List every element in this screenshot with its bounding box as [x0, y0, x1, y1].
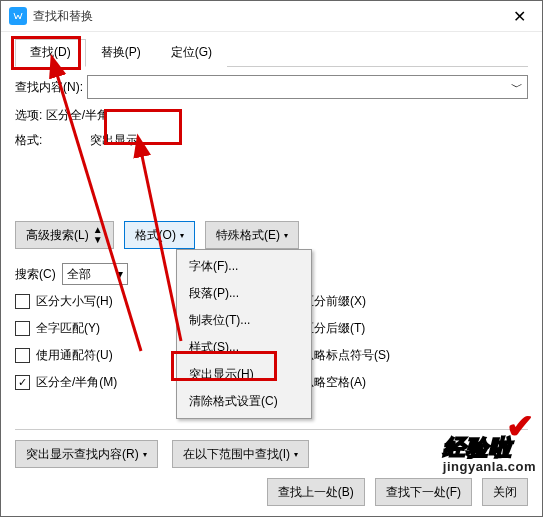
tab-replace[interactable]: 替换(P) — [86, 39, 156, 67]
bottom-panel: 突出显示查找内容(R) ▾ 在以下范围中查找(I) ▾ 查找上一处(B) 查找下… — [15, 429, 528, 506]
menu-item-style[interactable]: 样式(S)... — [179, 334, 309, 361]
menu-item-paragraph[interactable]: 段落(P)... — [179, 280, 309, 307]
search-label: 搜索(C) — [15, 266, 56, 283]
chevron-down-icon: ▾ — [143, 450, 147, 459]
chevron-down-icon: ▾ — [294, 450, 298, 459]
highlight-results-button[interactable]: 突出显示查找内容(R) ▾ — [15, 440, 158, 468]
checkbox-case[interactable]: 区分大小写(H) — [15, 293, 165, 310]
format-dropdown-menu: 字体(F)... 段落(P)... 制表位(T)... 样式(S)... 突出显… — [176, 249, 312, 419]
checkbox-wildcard[interactable]: 使用通配符(U) — [15, 347, 165, 364]
checkbox-full-half[interactable]: ✓区分全/半角(M) — [15, 374, 165, 391]
close-icon[interactable]: ✕ — [504, 1, 534, 31]
app-icon — [9, 7, 27, 25]
menu-item-tabstop[interactable]: 制表位(T)... — [179, 307, 309, 334]
close-button[interactable]: 关闭 — [482, 478, 528, 506]
chevron-down-icon: ﹀ — [511, 79, 523, 96]
search-scope-select[interactable]: 全部 ▾ — [62, 263, 128, 285]
find-previous-button[interactable]: 查找上一处(B) — [267, 478, 365, 506]
find-next-button[interactable]: 查找下一处(F) — [375, 478, 472, 506]
find-replace-dialog: 查找和替换 ✕ 查找(D) 替换(P) 定位(G) 查找内容(N): ﹀ 选项:… — [0, 0, 543, 517]
format-value: 突出显示 — [90, 133, 138, 147]
tab-goto[interactable]: 定位(G) — [156, 39, 227, 67]
find-content-label: 查找内容(N): — [15, 79, 87, 96]
chevron-down-icon: ▾ — [284, 231, 288, 240]
menu-item-highlight[interactable]: 突出显示(H) — [179, 361, 309, 388]
tabbar: 查找(D) 替换(P) 定位(G) — [15, 38, 528, 67]
tab-find[interactable]: 查找(D) — [15, 39, 86, 67]
updown-icon: ▲▼ — [93, 225, 103, 245]
format-button[interactable]: 格式(O) ▾ — [124, 221, 195, 249]
format-label: 格式: — [15, 132, 87, 149]
options-label: 选项: — [15, 108, 42, 122]
search-in-range-button[interactable]: 在以下范围中查找(I) ▾ — [172, 440, 309, 468]
chevron-down-icon: ▾ — [117, 267, 123, 281]
options-value: 区分全/半角 — [46, 108, 109, 122]
special-format-button[interactable]: 特殊格式(E) ▾ — [205, 221, 299, 249]
menu-item-font[interactable]: 字体(F)... — [179, 253, 309, 280]
checkbox-whole-word[interactable]: 全字匹配(Y) — [15, 320, 165, 337]
titlebar: 查找和替换 ✕ — [1, 1, 542, 32]
chevron-down-icon: ▾ — [180, 231, 184, 240]
find-content-input[interactable]: ﹀ — [87, 75, 528, 99]
advanced-search-button[interactable]: 高级搜索(L) ▲▼ — [15, 221, 114, 249]
window-title: 查找和替换 — [33, 8, 504, 25]
menu-item-clear-format[interactable]: 清除格式设置(C) — [179, 388, 309, 415]
